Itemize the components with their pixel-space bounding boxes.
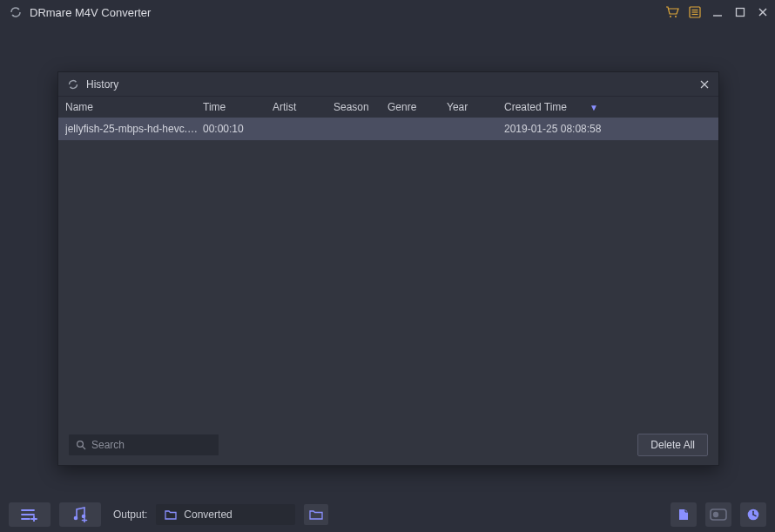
svg-point-19 xyxy=(74,516,78,521)
playlist-button[interactable] xyxy=(9,502,51,527)
col-created[interactable]: Created Time ▼ xyxy=(504,101,617,113)
svg-point-24 xyxy=(713,512,718,517)
history-dialog-title: History xyxy=(86,78,698,91)
refresh-icon xyxy=(67,78,79,91)
maximize-icon[interactable] xyxy=(733,5,747,19)
titlebar: DRmare M4V Converter xyxy=(0,0,775,24)
search-input[interactable] xyxy=(91,439,222,451)
minimize-icon[interactable] xyxy=(711,5,724,19)
svg-line-13 xyxy=(83,447,85,449)
cell-name: jellyfish-25-mbps-hd-hevc.… xyxy=(65,123,203,135)
search-icon xyxy=(76,440,86,450)
search-field[interactable] xyxy=(69,434,219,455)
col-year[interactable]: Year xyxy=(447,101,504,113)
svg-rect-7 xyxy=(737,9,745,17)
browse-output-button[interactable] xyxy=(304,504,328,525)
history-button[interactable] xyxy=(740,502,766,527)
history-table-body: jellyfish-25-mbps-hd-hevc.… 00:00:10 201… xyxy=(58,118,718,425)
close-icon[interactable] xyxy=(756,5,770,19)
bottom-bar: Output: Converted xyxy=(0,497,775,532)
svg-point-1 xyxy=(675,16,677,17)
output-path[interactable]: Converted xyxy=(156,504,295,525)
format-button[interactable] xyxy=(671,502,697,527)
convert-button[interactable] xyxy=(705,502,731,527)
delete-all-button[interactable]: Delete All xyxy=(637,434,708,456)
col-genre[interactable]: Genre xyxy=(388,101,447,113)
delete-all-label: Delete All xyxy=(650,439,695,451)
col-season[interactable]: Season xyxy=(334,101,388,113)
history-dialog: History Name Time Artist Season Genre Ye… xyxy=(57,71,719,466)
history-dialog-header: History xyxy=(58,72,718,97)
cell-created: 2019-01-25 08:08:58 xyxy=(504,123,617,135)
col-created-label: Created Time xyxy=(504,101,567,113)
output-folder-name: Converted xyxy=(184,508,232,521)
col-time[interactable]: Time xyxy=(203,101,273,113)
sort-indicator-icon: ▼ xyxy=(590,103,598,112)
svg-point-12 xyxy=(78,441,84,448)
add-music-button[interactable] xyxy=(59,502,101,527)
cell-time: 00:00:10 xyxy=(203,123,273,135)
table-row[interactable]: jellyfish-25-mbps-hd-hevc.… 00:00:10 201… xyxy=(58,118,718,140)
cart-icon[interactable] xyxy=(665,5,679,19)
history-dialog-footer: Delete All xyxy=(58,425,718,465)
svg-point-0 xyxy=(670,16,671,17)
app-logo-icon xyxy=(9,5,23,19)
col-name[interactable]: Name xyxy=(65,101,203,113)
folder-icon xyxy=(165,508,177,521)
history-column-headers: Name Time Artist Season Genre Year Creat… xyxy=(58,97,718,118)
output-label: Output: xyxy=(113,508,147,521)
history-close-icon[interactable] xyxy=(698,77,711,91)
menu-icon[interactable] xyxy=(688,5,702,19)
app-title: DRmare M4V Converter xyxy=(30,6,665,19)
col-artist[interactable]: Artist xyxy=(273,101,334,113)
